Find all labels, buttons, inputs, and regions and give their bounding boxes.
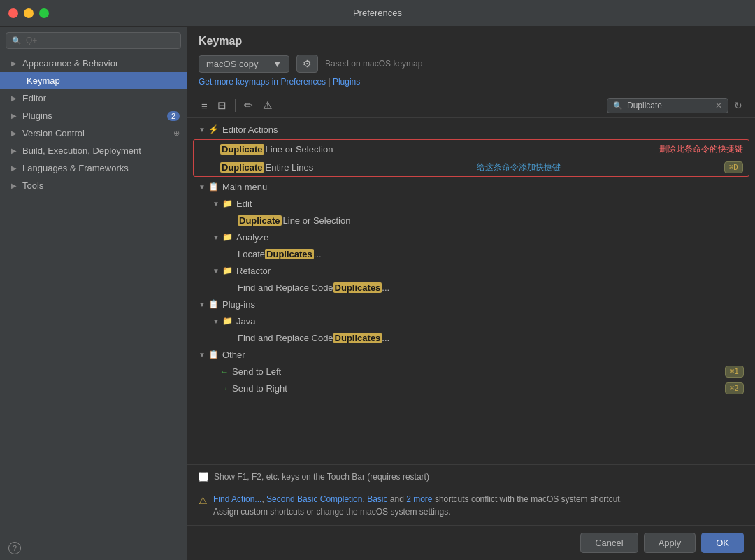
plugins-badge: 2 (167, 111, 180, 121)
minimize-button[interactable] (24, 8, 34, 18)
sidebar-item-editor[interactable]: ▶ Editor (0, 89, 187, 107)
sidebar-item-label: Tools (22, 180, 43, 191)
tree-row-send-left[interactable]: ← Send to Left ⌘1 (187, 363, 755, 380)
section-label: Editor Actions (222, 124, 278, 135)
send-left-icon: ← (220, 366, 229, 377)
chevron-right-icon: ▶ (11, 129, 17, 137)
sidebar: 🔍 Q+ ▶ Appearance & Behavior Keymap ▶ Ed… (0, 27, 187, 560)
ok-button[interactable]: OK (701, 533, 744, 553)
tree-row-send-right[interactable]: → Send to Right ⌘2 (187, 380, 755, 396)
collapse-all-button[interactable]: ⊟ (215, 98, 229, 113)
plugins-link[interactable]: Plugins (333, 77, 360, 87)
basic-link[interactable]: Basic (367, 494, 387, 504)
tree-subsection-analyze[interactable]: ▼ 📁 Analyze (187, 229, 755, 245)
content-footer: Show F1, F2, etc. keys on the Touch Bar … (187, 464, 755, 560)
touch-bar-checkbox[interactable] (199, 472, 208, 482)
search-counter-button[interactable]: ↻ (733, 99, 744, 113)
tree-subsection-edit[interactable]: ▼ 📁 Edit (187, 195, 755, 212)
send-right-icon: → (220, 383, 229, 394)
search-placeholder: Q+ (26, 36, 37, 45)
touch-bar-label: Show F1, F2, etc. keys on the Touch Bar … (214, 472, 429, 482)
close-button[interactable] (8, 8, 18, 18)
shortcut-cmd-2: ⌘2 (725, 382, 744, 394)
sidebar-item-languages[interactable]: ▶ Languages & Frameworks (0, 159, 187, 177)
sidebar-item-version-control[interactable]: ▶ Version Control ⊕ (0, 124, 187, 142)
chevron-right-icon: ▶ (11, 164, 17, 172)
tree-section-editor-actions[interactable]: ▼ ⚡ Editor Actions (187, 121, 755, 138)
warning-icon: ⚠ (199, 494, 208, 508)
show-conflicts-button[interactable]: ⚠ (260, 98, 275, 113)
more-link[interactable]: 2 more (406, 494, 432, 504)
cancel-button[interactable]: Cancel (580, 533, 638, 553)
sidebar-item-label: Languages & Frameworks (22, 163, 129, 173)
chevron-right-icon: ▶ (11, 94, 17, 102)
item-label-suffix: ... (382, 333, 389, 343)
tree-row-duplicate-line[interactable]: Duplicate Line or Selection 删除此条命令的快捷键 (194, 140, 749, 158)
page-title: Keymap (199, 35, 744, 48)
warning-row: ⚠ Find Action..., Second Basic Completio… (187, 489, 755, 525)
content-area: Keymap macOS copy ▼ ⚙ Based on macOS key… (187, 27, 755, 560)
tree-section-plug-ins[interactable]: ▼ 📋 Plug-ins (187, 296, 755, 313)
toolbar-separator (235, 99, 236, 112)
keymap-dropdown[interactable]: macOS copy ▼ (199, 55, 289, 73)
tree-row-locate-duplicates[interactable]: Locate Duplicates ... (187, 245, 755, 262)
window-title: Preferences (353, 8, 402, 18)
sidebar-item-keymap[interactable]: Keymap (0, 72, 187, 89)
tree-row-find-replace-ref[interactable]: Find and Replace Code Duplicates ... (187, 279, 755, 296)
warning-text: Find Action..., Second Basic Completion,… (213, 493, 622, 518)
second-basic-link[interactable]: Second Basic Completion (266, 494, 362, 504)
cn-action-add: 给这条命令添加快捷键 (477, 161, 561, 173)
apply-button[interactable]: Apply (644, 533, 696, 553)
chevron-down-icon: ▼ (273, 59, 282, 69)
tree-row-dup-line-edit[interactable]: Duplicate Line or Selection (187, 212, 755, 229)
toolbar-search[interactable]: 🔍 ✕ (607, 98, 728, 113)
find-action-link[interactable]: Find Action... (213, 494, 261, 504)
chevron-right-icon: ▶ (11, 59, 17, 67)
tree-section-other[interactable]: ▼ 📋 Other (187, 346, 755, 363)
tree-subsection-java[interactable]: ▼ 📁 Java (187, 313, 755, 329)
buttons-bar: Cancel Apply OK (187, 525, 755, 560)
shortcut-cmd-1: ⌘1 (725, 366, 744, 378)
chevron-down-icon: ▼ (213, 317, 220, 325)
sidebar-item-plugins[interactable]: ▶ Plugins 2 (0, 107, 187, 124)
tree-content: ▼ ⚡ Editor Actions Duplicate Line or Sel… (187, 118, 755, 464)
tree-subsection-refactor[interactable]: ▼ 📁 Refactor (187, 262, 755, 279)
sidebar-item-build[interactable]: ▶ Build, Execution, Deployment (0, 142, 187, 159)
maximize-button[interactable] (39, 8, 49, 18)
tree-row-duplicate-entire[interactable]: Duplicate Entire Lines 给这条命令添加快捷键 ⌘D (194, 158, 749, 176)
search-input[interactable] (627, 101, 711, 110)
content-header: Keymap macOS copy ▼ ⚙ Based on macOS key… (187, 27, 755, 94)
tree-row-find-replace-java[interactable]: Find and Replace Code Duplicates ... (187, 329, 755, 346)
chevron-right-icon: ▶ (11, 182, 17, 189)
gear-button[interactable]: ⚙ (296, 55, 318, 73)
item-label-plain: Find and Replace Code (238, 282, 333, 293)
sidebar-items: ▶ Appearance & Behavior Keymap ▶ Editor … (0, 55, 187, 536)
keymap-bar: macOS copy ▼ ⚙ Based on macOS keymap (199, 55, 744, 73)
section-label: Analyze (236, 232, 268, 243)
clear-search-icon[interactable]: ✕ (715, 101, 722, 110)
chevron-down-icon: ▼ (199, 301, 206, 308)
sidebar-item-appearance[interactable]: ▶ Appearance & Behavior (0, 55, 187, 72)
chevron-down-icon: ▼ (199, 351, 206, 359)
tree-section-main-menu[interactable]: ▼ 📋 Main menu (187, 178, 755, 195)
section-label: Refactor (236, 266, 271, 276)
chevron-right-icon: ▶ (11, 147, 17, 155)
help-button[interactable]: ? (8, 542, 21, 554)
window-controls[interactable] (8, 8, 49, 18)
expand-all-button[interactable]: ≡ (199, 99, 210, 113)
item-label-suffix: Entire Lines (266, 162, 314, 173)
item-label-suffix: Line or Selection (266, 144, 333, 155)
edit-shortcut-button[interactable]: ✏ (241, 98, 256, 113)
chevron-right-icon: ▶ (11, 112, 17, 120)
item-label-plain: Find and Replace Code (238, 333, 333, 343)
title-bar: Preferences (0, 0, 755, 27)
item-label: Send to Left (232, 366, 281, 377)
sidebar-search[interactable]: 🔍 Q+ (6, 32, 181, 49)
sidebar-item-label: Plugins (22, 110, 52, 121)
sidebar-bottom: ? (0, 536, 187, 560)
sidebar-item-tools[interactable]: ▶ Tools (0, 177, 187, 194)
get-more-keymaps-link[interactable]: Get more keymaps in Preferences (199, 77, 326, 87)
sidebar-item-label: Version Control (22, 128, 85, 138)
sidebar-item-label: Appearance & Behavior (22, 58, 118, 69)
links-bar: Get more keymaps in Preferences | Plugin… (199, 77, 744, 87)
